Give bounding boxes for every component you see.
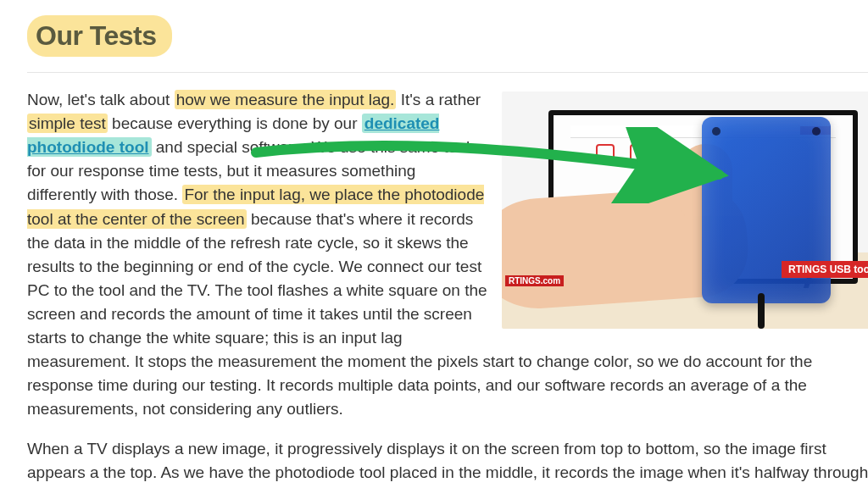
text: because everything is done by our [108, 114, 362, 132]
paragraph-2: When a TV displays a new image, it progr… [27, 437, 868, 488]
section-heading: Our Tests [36, 20, 157, 52]
section-heading-highlight: Our Tests [27, 15, 172, 57]
photo-caption-badge: RTINGS USB too [782, 261, 868, 278]
highlight-yellow: simple test [27, 114, 108, 133]
section-divider [27, 72, 868, 73]
text: When a TV displays a new image, it progr… [27, 440, 868, 488]
photo-watermark: RTINGS.com [505, 275, 564, 286]
text: It's a rather [396, 91, 481, 108]
inline-photo: Inp RTINGS.com RTINGS USB too [502, 92, 868, 329]
article-content: Inp RTINGS.com RTINGS USB too Now, let's… [27, 88, 868, 488]
text: Now, let's talk about [27, 91, 175, 108]
highlight-yellow: how we measure the input lag. [175, 90, 397, 109]
